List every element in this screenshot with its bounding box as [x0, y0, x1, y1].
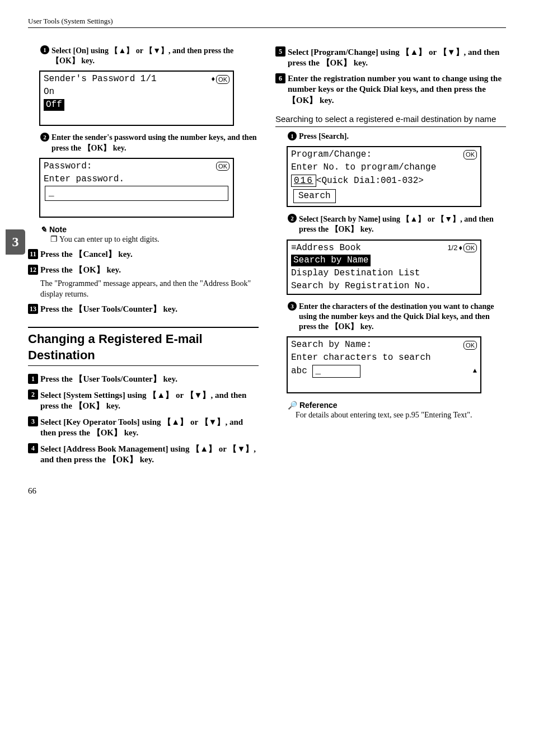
- text: key.: [317, 96, 334, 105]
- option-on: [On]: [73, 46, 88, 55]
- lcd-sender-password: Sender's Password 1/1 ♦OK On Off: [39, 71, 234, 126]
- text: using: [381, 215, 402, 223]
- text: Enter the sender's password using the nu…: [51, 133, 257, 152]
- ok-key: 【OK】: [108, 455, 138, 464]
- text: Select: [40, 391, 63, 400]
- text: or: [217, 444, 228, 453]
- menu-search-by-name-selected: Search by Name: [291, 255, 371, 266]
- lcd-search-by-name: Search by Name: OK Enter characters to s…: [287, 336, 481, 393]
- ok-key: 【OK】: [74, 265, 104, 274]
- lcd-title: Program/Change:: [291, 149, 372, 161]
- lcd-title: Password:: [44, 161, 92, 172]
- text: .: [346, 132, 349, 140]
- step-number: 3: [28, 416, 38, 426]
- text: key.: [104, 401, 120, 410]
- up-key: 【▲】: [191, 443, 217, 454]
- page-header: User Tools (System Settings): [28, 17, 506, 28]
- ok-badge: OK: [463, 150, 477, 159]
- text: key.: [111, 144, 126, 152]
- address-book-management-option: [Address Book Management]: [63, 444, 168, 453]
- pencil-icon: ✎: [40, 225, 49, 234]
- reference-body: For details about entering text, see p.9…: [296, 410, 506, 420]
- ok-key: 【OK】: [331, 322, 359, 331]
- ok-key: 【OK】: [288, 96, 317, 105]
- text: Select: [40, 444, 63, 453]
- text: or: [174, 391, 185, 400]
- lcd-title: Sender's Password 1/1: [44, 73, 157, 85]
- text: key.: [358, 225, 373, 233]
- up-key: 【▲】: [148, 389, 174, 401]
- substep-1: 1 Select [On] using 【▲】 or 【▼】, and then…: [40, 45, 259, 66]
- ok-key: 【OK】: [322, 58, 352, 67]
- step-number: 4: [28, 443, 38, 453]
- page-number: 66: [28, 486, 506, 497]
- ok-badge: OK: [463, 243, 477, 252]
- text: using: [88, 46, 110, 55]
- text: Press the: [40, 304, 74, 313]
- step-number: 6: [275, 73, 285, 83]
- substep-number: 2: [288, 214, 297, 223]
- ok-key: 【OK】: [83, 144, 111, 152]
- user-tools-key: 【User Tools/Counter】: [74, 304, 161, 313]
- text: key.: [105, 265, 121, 274]
- ok-key: 【OK】: [51, 57, 79, 65]
- step-number: 5: [275, 46, 285, 57]
- step-number: 13: [28, 304, 38, 314]
- text: using: [125, 391, 149, 400]
- updown-ok-indicator: ♦OK: [211, 74, 229, 84]
- menu-display-destination-list: Display Destination List: [289, 267, 479, 280]
- text: key.: [352, 58, 368, 67]
- text: using: [378, 48, 402, 57]
- note-body: ❐ You can enter up to eight digits.: [50, 234, 259, 245]
- ok-badge: OK: [216, 162, 229, 171]
- up-key: 【▲】: [402, 214, 425, 224]
- lcd-prompt: Enter password.: [41, 173, 232, 186]
- text: or: [427, 48, 438, 57]
- down-key: 【▼】: [437, 214, 460, 224]
- step-12-body: The "Programmed" message appears, and th…: [28, 279, 259, 299]
- step-6: 6 Enter the registration number you want…: [275, 73, 506, 106]
- text: Press the: [40, 265, 74, 274]
- search-option: [Search]: [318, 132, 346, 140]
- substep-number: 1: [40, 45, 49, 54]
- text: Select: [288, 48, 311, 57]
- substep-r3: 3 Enter the characters of the destinatio…: [288, 302, 506, 332]
- text: Press the: [40, 250, 74, 259]
- lcd-input: _: [45, 186, 228, 201]
- key-operator-tools-option: [Key Operator Tools]: [63, 417, 139, 426]
- quick-dial-range: <Quick Dial:001-032>: [316, 176, 424, 186]
- lcd-option-on: On: [41, 86, 232, 98]
- text: or: [425, 215, 437, 223]
- step-number: 12: [28, 265, 38, 275]
- step-2: 2 Select [System Settings] using 【▲】 or …: [28, 389, 259, 412]
- menu-icon: ≡: [291, 243, 297, 253]
- up-key: 【▲】: [163, 416, 188, 428]
- system-settings-option: [System Settings]: [63, 391, 125, 400]
- up-key: 【▲】: [401, 46, 427, 58]
- step-13: 13 Press the 【User Tools/Counter】 key.: [28, 304, 259, 315]
- step-number: 2: [28, 389, 38, 400]
- chapter-tab: 3: [6, 229, 25, 255]
- text: or: [134, 46, 145, 55]
- down-key: 【▼】: [145, 45, 168, 55]
- text: using: [168, 444, 191, 453]
- lcd-option-off-selected: Off: [44, 99, 64, 111]
- menu-search-by-reg-no: Search by Registration No.: [289, 280, 479, 293]
- lcd-title: Address Book: [297, 243, 361, 253]
- substep-r2: 2 Select [Search by Name] using 【▲】 or 【…: [288, 214, 506, 234]
- text: Select: [299, 215, 320, 223]
- substep-number: 3: [288, 302, 297, 311]
- left-column: 1 Select [On] using 【▲】 or 【▼】, and then…: [28, 42, 259, 469]
- text: Enter the registration number you want t…: [288, 74, 502, 94]
- text: , and then press the: [168, 46, 233, 55]
- ok-badge: OK: [463, 341, 477, 350]
- reference-heading: 🔎 Reference: [288, 400, 506, 410]
- ok-badge: OK: [216, 75, 229, 84]
- page-indicator: 1/2 ♦OK: [447, 243, 477, 253]
- substep-number: 2: [40, 133, 49, 142]
- input-mode: abc: [291, 366, 307, 376]
- text: key.: [79, 57, 95, 65]
- down-key: 【▼】: [186, 389, 211, 401]
- lcd-program-change: Program/Change: OK Enter No. to program/…: [287, 146, 481, 207]
- down-key: 【▼】: [228, 443, 254, 454]
